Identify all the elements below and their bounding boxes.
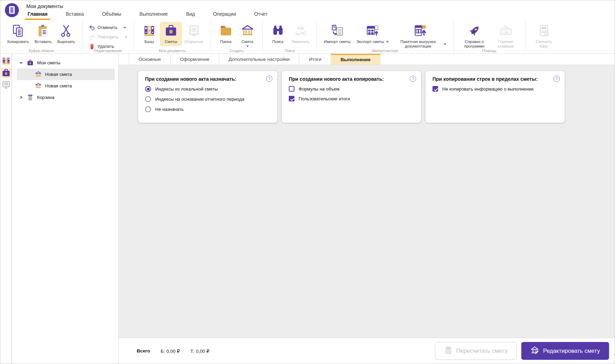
checkbox-option-user-totals[interactable]: Пользовательские итоги <box>289 96 415 101</box>
tree-item-new-estimate-2[interactable]: Новая смета <box>17 80 115 92</box>
ribbon-group-clipboard: Копировать Вставить Вырезать Буфер обмен… <box>0 20 82 53</box>
content-area: Основные Оформление Дополнительные настр… <box>119 54 615 364</box>
edit-estimate-button[interactable]: Редактировать смету <box>521 342 609 360</box>
new-estimate-dropdown-icon[interactable] <box>246 45 249 47</box>
tab-osnovnye[interactable]: Основные <box>129 54 171 65</box>
menu-tab-vypolnenie[interactable]: Выполнение <box>138 9 169 20</box>
strip-documents-button[interactable] <box>1 80 11 90</box>
card-title: При создании нового акта назначать: <box>145 76 271 82</box>
ribbon: Копировать Вставить Вырезать Буфер обмен… <box>0 20 615 54</box>
tab-itogi[interactable]: Итоги <box>299 54 331 65</box>
menu-tab-glavnaya[interactable]: Главная <box>26 9 49 20</box>
menu-tab-vid[interactable]: Вид <box>185 9 196 20</box>
main-menu: Главная Вставка Объёмы Выполнение Вид Оп… <box>26 9 269 20</box>
paste-icon <box>36 24 50 38</box>
bases-button[interactable]: Базы <box>138 22 160 46</box>
menu-tab-operacii[interactable]: Операции <box>212 9 237 20</box>
current-total-value: Т: 0,00 ₽ <box>190 348 209 354</box>
cut-icon <box>59 24 73 38</box>
opened-button[interactable]: Открытые <box>182 22 206 46</box>
about-button[interactable]: Справка о программе <box>458 22 491 50</box>
import-icon <box>331 24 344 38</box>
redo-button[interactable]: Повторить <box>87 33 130 41</box>
replace-button[interactable]: AB AC Заменить <box>289 22 313 46</box>
change-base-icon <box>537 24 551 38</box>
estimate-house-icon <box>35 83 42 89</box>
bases-icon <box>143 24 156 38</box>
strip-estimates-button[interactable] <box>1 68 11 78</box>
menu-tab-obyomy[interactable]: Объёмы <box>101 9 123 20</box>
radio-icon[interactable] <box>145 106 151 112</box>
tree-item-label: Новая смета <box>45 72 72 77</box>
card-act-assign: При создании нового акта назначать: ? Ин… <box>138 71 277 123</box>
tab-vypolnenie[interactable]: Выполнение <box>331 54 380 65</box>
radio-icon[interactable] <box>145 96 151 102</box>
radio-option-local-indexes[interactable]: Индексы из локальной сметы <box>145 86 271 92</box>
checkbox-icon[interactable] <box>289 86 294 92</box>
estimate-settings-tabs: Основные Оформление Дополнительные настр… <box>119 54 615 65</box>
group-label-editing: Редактирование <box>83 49 134 53</box>
help-icon[interactable]: ? <box>553 76 560 82</box>
new-folder-button[interactable]: Папка <box>215 22 237 46</box>
checkbox-checked-icon[interactable] <box>432 86 438 92</box>
keyboard-icon <box>499 24 513 38</box>
rocket-icon <box>468 24 481 38</box>
export-estimate-button[interactable]: Экспорт сметы <box>353 22 392 46</box>
estimates-button[interactable]: Сметы <box>160 22 182 46</box>
undo-button[interactable]: Отменить <box>87 23 130 32</box>
briefcase-icon <box>27 59 34 66</box>
card-title: При создании нового акта копировать: <box>289 76 415 82</box>
batch-export-button[interactable]: Пакетная выгрузка документации <box>392 22 449 50</box>
base-total-value: Б: 0,00 ₽ <box>160 348 180 354</box>
help-icon[interactable]: ? <box>410 76 416 82</box>
batch-export-icon <box>414 24 427 38</box>
tree-item-my-estimates[interactable]: Мои сметы <box>17 57 115 69</box>
checkbox-option-no-execution-info[interactable]: Не копировать информацию о выполнении <box>432 86 558 92</box>
estimates-tree: Мои сметы Новая смета Новая смета <box>12 54 118 364</box>
tree-item-new-estimate-1[interactable]: Новая смета <box>17 69 115 80</box>
export-dropdown-icon[interactable] <box>386 41 389 43</box>
redo-dropdown-icon[interactable] <box>125 36 128 38</box>
hotkeys-button[interactable]: Горячие клавиши <box>491 22 521 50</box>
help-icon[interactable]: ? <box>266 76 272 82</box>
radio-option-period-indexes[interactable]: Индексы на основании отчетного периода <box>145 96 271 102</box>
import-estimate-button[interactable]: Импорт сметы <box>321 22 353 46</box>
opened-document-icon <box>187 24 201 38</box>
tree-item-label: Корзина <box>37 95 55 100</box>
strip-bases-button[interactable] <box>1 56 11 66</box>
chevron-down-icon[interactable] <box>18 60 24 66</box>
new-estimate-button[interactable]: Смета <box>237 22 258 49</box>
batch-export-dropdown-icon[interactable] <box>444 43 446 45</box>
tab-dop-nastroyki[interactable]: Дополнительные настройки <box>219 54 300 65</box>
group-label-my-documents: Мои документы <box>134 49 210 53</box>
briefcase-icon <box>2 69 10 77</box>
trash-icon <box>27 94 34 101</box>
title-bar: Мои документы Главная Вставка Объёмы Вып… <box>0 0 615 20</box>
undo-dropdown-icon[interactable] <box>123 27 126 29</box>
tab-oformlenie[interactable]: Оформление <box>171 54 219 65</box>
menu-tab-otchet[interactable]: Отчет <box>253 9 269 20</box>
menu-tab-vstavka[interactable]: Вставка <box>64 9 85 20</box>
estimate-house-icon <box>35 71 42 78</box>
radio-option-none[interactable]: Не назначать <box>145 106 271 112</box>
paste-button[interactable]: Вставить <box>32 22 55 46</box>
recalculate-estimate-button[interactable]: Пересчитать смету <box>435 342 517 360</box>
ribbon-group-editing: Отменить Повторить Удалить Ред <box>82 20 134 53</box>
chevron-right-icon[interactable] <box>18 95 24 100</box>
status-bar: Всего Б: 0,00 ₽ Т: 0,00 ₽ Пересчитать см… <box>119 338 615 364</box>
totals: Всего Б: 0,00 ₽ Т: 0,00 ₽ <box>137 348 209 354</box>
checkbox-checked-icon[interactable] <box>289 96 294 101</box>
calculator-icon <box>444 346 452 356</box>
cut-button[interactable]: Вырезать <box>55 22 78 46</box>
change-base-button[interactable]: Сменить базу <box>530 22 558 50</box>
checkbox-option-volume-formulas[interactable]: Формулы на объем <box>289 86 415 92</box>
tree-item-trash[interactable]: Корзина <box>17 92 115 103</box>
search-button[interactable]: Поиск <box>267 22 289 46</box>
undo-icon <box>89 24 95 31</box>
card-act-copy: При создании нового акта копировать: ? Ф… <box>282 71 421 123</box>
radio-checked-icon[interactable] <box>145 86 151 92</box>
sidebar-icon-strip <box>0 54 12 364</box>
documents-icon <box>2 80 10 89</box>
tree-item-label: Мои сметы <box>37 60 60 65</box>
copy-button[interactable]: Копировать <box>5 22 32 46</box>
